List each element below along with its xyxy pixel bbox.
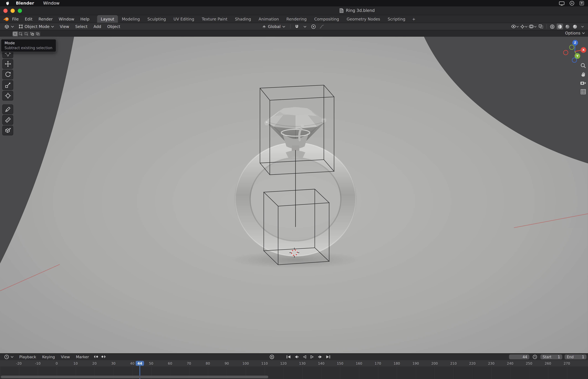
orthographic-toggle-button[interactable] <box>580 88 587 95</box>
viewport-menu-item[interactable]: Object <box>104 23 123 30</box>
jump-to-end-button[interactable] <box>325 354 331 360</box>
editor-type-dropdown[interactable] <box>2 24 16 29</box>
next-keyframe-button[interactable] <box>317 354 323 360</box>
tool-move[interactable] <box>2 59 13 69</box>
timeline-menu-item[interactable]: Playback <box>16 354 39 360</box>
auto-keying-button[interactable] <box>269 354 275 360</box>
proportional-editing-button[interactable] <box>310 23 316 30</box>
select-mode-invert-button[interactable] <box>29 31 35 36</box>
topbar-menu-item[interactable]: Help <box>77 15 92 23</box>
jump-to-start-button[interactable] <box>285 354 292 360</box>
proportional-falloff-dropdown[interactable] <box>318 23 325 30</box>
select-mode-intersect-button[interactable] <box>35 31 40 36</box>
timeline-menu-item[interactable]: Marker <box>73 354 92 360</box>
blender-logo-icon[interactable] <box>3 16 9 21</box>
gizmo-axis-y-negative[interactable] <box>570 45 574 49</box>
app-badge-icon[interactable] <box>579 1 584 6</box>
prev-keyframe-button[interactable] <box>293 354 300 360</box>
topbar-menu-item[interactable]: Render <box>36 15 56 23</box>
tool-rotate[interactable] <box>2 70 13 79</box>
navigation-gizmo[interactable]: Z X Y <box>561 37 588 65</box>
apple-menu-icon[interactable] <box>5 0 10 6</box>
pan-button[interactable] <box>580 71 587 78</box>
minimize-window-button[interactable] <box>11 9 15 13</box>
menubar-app-menu[interactable]: Blender <box>16 1 34 6</box>
add-workspace-button[interactable]: + <box>409 16 418 21</box>
workspace-tab[interactable]: Texture Paint <box>198 15 231 23</box>
workspace-tabs: LayoutModelingSculptingUV EditingTexture… <box>97 15 409 23</box>
material-shading-icon <box>565 24 570 29</box>
display-status-icon[interactable] <box>559 1 565 5</box>
timeline-menu-item[interactable]: View <box>58 354 73 360</box>
zoom-icon <box>580 63 586 68</box>
play-button[interactable] <box>309 354 315 360</box>
topbar-menu-item[interactable]: File <box>9 15 22 23</box>
select-mode-extend-button[interactable] <box>18 31 23 36</box>
current-frame-field[interactable]: 44 <box>509 354 529 359</box>
snap-toggle-button[interactable] <box>294 23 300 30</box>
workspace-tab[interactable]: Rendering <box>283 15 310 23</box>
gizmos-dropdown[interactable] <box>520 23 528 30</box>
timeline-track[interactable] <box>0 366 588 379</box>
shading-wireframe-button[interactable] <box>549 23 555 30</box>
viewport-canvas[interactable] <box>0 37 588 353</box>
workspace-tab[interactable]: Animation <box>255 15 283 23</box>
tool-measure[interactable] <box>2 115 13 125</box>
play-reverse-icon <box>302 355 307 359</box>
shading-material-button[interactable] <box>564 23 571 30</box>
use-preview-range-button[interactable] <box>532 354 538 360</box>
menubar-window-menu[interactable]: Window <box>43 1 59 6</box>
timeline-ruler[interactable]: 44 -20-100102030405060708090100110120130… <box>0 360 588 366</box>
tool-scale[interactable] <box>2 80 13 90</box>
topbar-menu-item[interactable]: Window <box>56 15 77 23</box>
gizmo-axis-x-negative[interactable] <box>563 50 568 55</box>
workspace-tab[interactable]: Shading <box>231 15 255 23</box>
timeline-scrollbar[interactable] <box>1 376 268 378</box>
tooltip-description: Subtract existing selection <box>5 46 52 50</box>
mode-dropdown[interactable]: Object Mode <box>17 24 56 29</box>
shading-dropdown[interactable] <box>579 23 586 30</box>
workspace-tab[interactable]: Modeling <box>118 15 144 23</box>
viewport-menu-item[interactable]: Add <box>90 23 104 30</box>
tool-annotate[interactable] <box>2 104 13 114</box>
workspace-tab[interactable]: Layout <box>97 15 118 23</box>
tool-add-cube[interactable] <box>2 126 13 135</box>
snap-settings-dropdown[interactable] <box>302 23 308 30</box>
tool-transform[interactable] <box>2 91 13 101</box>
viewport-menu-item[interactable]: Select <box>72 23 90 30</box>
workspace-tab[interactable]: Scripting <box>384 15 409 23</box>
timeline-menu-item[interactable]: Keying <box>39 354 58 360</box>
play-reverse-button[interactable] <box>301 354 308 360</box>
gizmo-axis-z-negative[interactable] <box>572 58 577 63</box>
overlays-dropdown[interactable] <box>529 23 537 30</box>
xray-toggle-button[interactable] <box>538 23 544 30</box>
timeline-editor-type-dropdown[interactable] <box>2 354 15 360</box>
workspace-tab[interactable]: Compositing <box>310 15 343 23</box>
jump-next-keyframe-button[interactable] <box>100 354 106 360</box>
object-visibility-dropdown[interactable] <box>511 23 519 30</box>
frame-end-value: 1 <box>582 355 584 359</box>
frame-end-field[interactable]: End 1 <box>565 354 587 359</box>
chevron-down-icon <box>581 25 584 27</box>
zoom-window-button[interactable] <box>18 9 22 13</box>
jump-prev-keyframe-button[interactable] <box>93 354 99 360</box>
workspace-tab[interactable]: Geometry Nodes <box>343 15 384 23</box>
viewport-3d[interactable]: Mode Subtract existing selection Z X Y <box>0 37 588 353</box>
topbar-menu-item[interactable]: Edit <box>22 15 35 23</box>
close-window-button[interactable] <box>3 9 8 13</box>
workspace-tab[interactable]: UV Editing <box>170 15 198 23</box>
zoom-button[interactable] <box>580 63 587 69</box>
shading-solid-button[interactable] <box>557 23 563 30</box>
shading-rendered-button[interactable] <box>572 23 578 30</box>
camera-view-button[interactable] <box>580 80 587 86</box>
grid-ortho-icon <box>580 89 586 95</box>
transform-orientation-dropdown[interactable]: Global <box>260 24 287 29</box>
viewport-menu-item[interactable]: View <box>57 23 72 30</box>
workspace-tab[interactable]: Sculpting <box>144 15 170 23</box>
frame-start-field[interactable]: Start 1 <box>540 354 562 359</box>
control-center-icon[interactable] <box>570 1 574 6</box>
options-dropdown[interactable]: Options <box>565 31 585 35</box>
playhead-frame-badge[interactable]: 44 <box>136 361 144 366</box>
select-mode-subtract-button[interactable] <box>24 31 29 36</box>
select-mode-set-button[interactable] <box>13 31 18 36</box>
